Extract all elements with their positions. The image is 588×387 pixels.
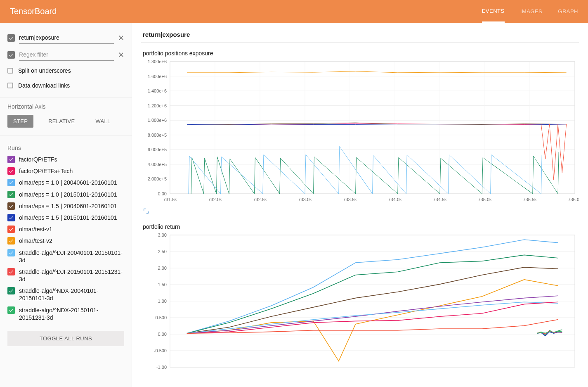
- app-header: TensorBoard EVENTS IMAGES GRAPH: [0, 0, 588, 23]
- run-label: olmar/eps = 1.5 | 20040601-20160101: [19, 202, 124, 210]
- regex-input[interactable]: [19, 49, 114, 61]
- clear-search-icon[interactable]: ✕: [118, 33, 124, 43]
- axis-relative-button[interactable]: RELATIVE: [43, 115, 80, 128]
- svg-text:1.200e+6: 1.200e+6: [148, 103, 167, 108]
- run-checkbox[interactable]: [7, 287, 15, 294]
- sidebar: ✕ ✕ Split on underscores Data download l…: [0, 23, 132, 387]
- svg-text:732.0k: 732.0k: [208, 197, 222, 202]
- svg-text:2.000e+5: 2.000e+5: [148, 176, 167, 181]
- run-row[interactable]: olmar/eps = 1.0 | 20150101-20160101: [0, 189, 132, 200]
- download-links-checkbox[interactable]: [7, 83, 13, 88]
- svg-text:733.5k: 733.5k: [343, 197, 357, 202]
- expand-chart-icon[interactable]: [143, 208, 149, 214]
- svg-text:736.0k: 736.0k: [568, 197, 579, 202]
- svg-text:2.50: 2.50: [158, 249, 167, 254]
- run-checkbox[interactable]: [7, 167, 15, 175]
- search-checkbox[interactable]: [7, 34, 15, 42]
- run-label: olmar/test-v1: [19, 226, 124, 233]
- svg-text:1.600e+6: 1.600e+6: [148, 74, 167, 79]
- svg-text:733.0k: 733.0k: [298, 197, 312, 202]
- svg-text:6.000e+5: 6.000e+5: [148, 147, 167, 152]
- clear-regex-icon[interactable]: ✕: [118, 50, 124, 59]
- run-checkbox[interactable]: [7, 268, 15, 275]
- run-label: factorQP/ETFs+Tech: [19, 167, 124, 175]
- run-row[interactable]: factorQP/ETFs+Tech: [0, 165, 132, 177]
- main-panel: return|exposure portfolio positions expo…: [132, 23, 588, 387]
- run-label: olmar/eps = 1.0 | 20150101-20160101: [19, 191, 124, 198]
- run-checkbox[interactable]: [7, 191, 15, 198]
- tab-graph[interactable]: GRAPH: [558, 0, 578, 23]
- svg-text:1.00: 1.00: [158, 299, 167, 304]
- svg-text:2.00: 2.00: [158, 266, 167, 271]
- chart-return-title: portfolio return: [143, 223, 579, 230]
- run-label: straddle-algo/^DJI-20150101-20151231-3d: [19, 268, 124, 283]
- run-row[interactable]: olmar/eps = 1.5 | 20150101-20160101: [0, 212, 132, 223]
- run-row[interactable]: olmar/eps = 1.0 | 20040601-20160101: [0, 177, 132, 188]
- search-input[interactable]: [19, 32, 114, 44]
- svg-text:3.00: 3.00: [158, 233, 167, 237]
- regex-checkbox[interactable]: [7, 51, 15, 59]
- run-label: olmar/eps = 1.0 | 20040601-20160101: [19, 179, 124, 186]
- run-row[interactable]: olmar/eps = 1.5 | 20040601-20160101: [0, 200, 132, 212]
- svg-text:1.000e+6: 1.000e+6: [148, 118, 167, 123]
- svg-text:1.50: 1.50: [158, 282, 167, 287]
- chart-return[interactable]: -1.00-0.5000.000.5001.001.502.002.503.00: [141, 231, 579, 380]
- runs-list: factorQP/ETFsfactorQP/ETFs+Techolmar/eps…: [0, 154, 132, 323]
- axis-wall-button[interactable]: WALL: [90, 115, 116, 128]
- svg-text:1.800e+6: 1.800e+6: [148, 59, 167, 64]
- page-title: return|exposure: [141, 23, 579, 43]
- svg-text:735.0k: 735.0k: [478, 197, 492, 202]
- svg-text:734.0k: 734.0k: [388, 197, 402, 202]
- run-checkbox[interactable]: [7, 202, 15, 210]
- tab-events[interactable]: EVENTS: [482, 0, 505, 23]
- chart-exposure-title: portfolio positions exposure: [143, 50, 579, 57]
- svg-text:8.000e+5: 8.000e+5: [148, 133, 167, 138]
- svg-text:0.00: 0.00: [158, 332, 167, 337]
- split-underscores-checkbox[interactable]: [7, 68, 13, 74]
- run-checkbox[interactable]: [7, 214, 15, 221]
- tab-images[interactable]: IMAGES: [520, 0, 543, 23]
- svg-text:732.5k: 732.5k: [253, 197, 267, 202]
- svg-text:731.5k: 731.5k: [163, 197, 177, 202]
- run-row[interactable]: straddle-algo/^DJI-20040101-20150101-3d: [0, 247, 132, 266]
- svg-text:0.500: 0.500: [155, 315, 167, 320]
- split-underscores-label: Split on underscores: [18, 67, 71, 74]
- run-row[interactable]: straddle-algo/^NDX-20150101-20151231-3d: [0, 304, 132, 323]
- run-label: olmar/eps = 1.5 | 20150101-20160101: [19, 214, 124, 221]
- run-checkbox[interactable]: [7, 306, 15, 314]
- toggle-all-runs-button[interactable]: TOGGLE ALL RUNS: [7, 331, 124, 346]
- svg-text:734.5k: 734.5k: [433, 197, 447, 202]
- svg-text:4.000e+5: 4.000e+5: [148, 162, 167, 167]
- svg-text:0.00: 0.00: [158, 191, 167, 196]
- run-label: olmar/test-v2: [19, 237, 124, 245]
- run-label: factorQP/ETFs: [19, 156, 124, 163]
- axis-step-button[interactable]: STEP: [7, 115, 33, 128]
- run-checkbox[interactable]: [7, 249, 15, 256]
- run-label: straddle-algo/^NDX-20150101-20151231-3d: [19, 306, 124, 321]
- run-row[interactable]: straddle-algo/^DJI-20150101-20151231-3d: [0, 266, 132, 285]
- run-row[interactable]: factorQP/ETFs: [0, 154, 132, 165]
- run-label: straddle-algo/^NDX-20040101-20150101-3d: [19, 287, 124, 302]
- run-row[interactable]: olmar/test-v1: [0, 223, 132, 235]
- svg-text:735.5k: 735.5k: [523, 197, 537, 202]
- axis-section-label: Horizontal Axis: [0, 102, 132, 115]
- run-checkbox[interactable]: [7, 179, 15, 186]
- run-checkbox[interactable]: [7, 156, 15, 163]
- run-label: straddle-algo/^DJI-20040101-20150101-3d: [19, 249, 124, 264]
- svg-text:-0.500: -0.500: [154, 348, 167, 353]
- svg-rect-40: [170, 62, 575, 194]
- run-checkbox[interactable]: [7, 226, 15, 233]
- svg-text:1.400e+6: 1.400e+6: [148, 88, 167, 93]
- run-checkbox[interactable]: [7, 237, 15, 245]
- run-row[interactable]: straddle-algo/^NDX-20040101-20150101-3d: [0, 285, 132, 304]
- svg-text:-1.00: -1.00: [156, 365, 167, 370]
- download-links-label: Data download links: [18, 82, 70, 89]
- chart-exposure[interactable]: 0.002.000e+54.000e+56.000e+58.000e+51.00…: [141, 57, 579, 206]
- run-row[interactable]: olmar/test-v2: [0, 235, 132, 247]
- app-title: TensorBoard: [10, 7, 482, 16]
- header-tabs: EVENTS IMAGES GRAPH: [482, 0, 578, 23]
- runs-section-label: Runs: [0, 140, 132, 154]
